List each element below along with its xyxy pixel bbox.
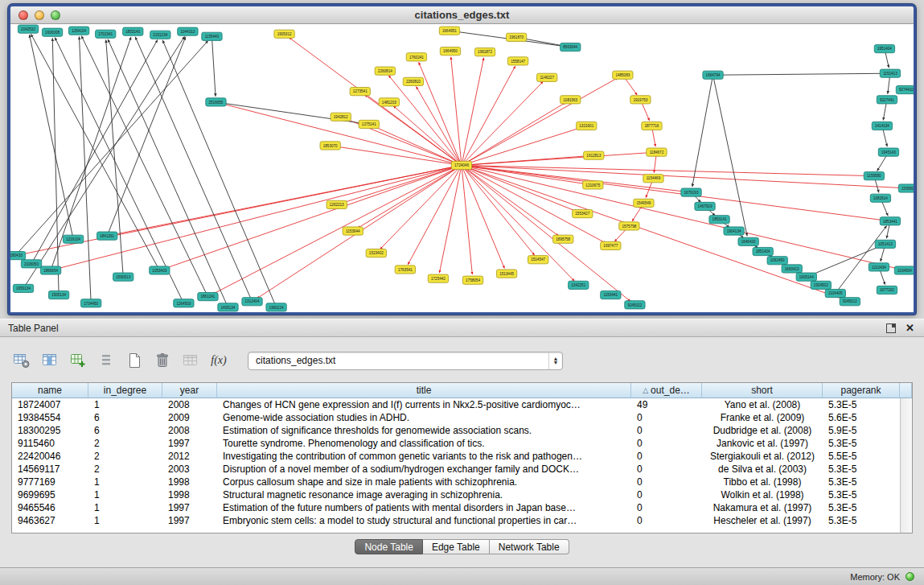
- table-cell[interactable]: 0: [631, 501, 702, 514]
- graph-node[interactable]: 1321601: [577, 122, 597, 130]
- float-panel-icon[interactable]: [886, 323, 896, 333]
- table-cell[interactable]: 1997: [162, 437, 217, 450]
- table-row[interactable]: 911546021997Tourette syndrome. Phenomeno…: [12, 437, 900, 450]
- graph-edge[interactable]: [106, 39, 124, 277]
- table-cell[interactable]: 2008: [162, 398, 217, 411]
- graph-node[interactable]: 1660413: [782, 265, 802, 273]
- graph-edge[interactable]: [51, 37, 131, 270]
- graph-node[interactable]: 1877716: [642, 122, 662, 130]
- graph-node[interactable]: 1034504: [894, 266, 914, 274]
- table-cell[interactable]: 0: [631, 514, 702, 527]
- table-row[interactable]: 977716911998Corpus callosum shape and si…: [12, 476, 900, 488]
- graph-node[interactable]: 2042532: [18, 25, 38, 33]
- table-cell[interactable]: Estimation of significance thresholds fo…: [217, 424, 631, 437]
- table-cell[interactable]: Estimation of the future numbers of pati…: [217, 501, 631, 514]
- graph-node[interactable]: 1905144: [796, 273, 816, 281]
- graph-edge[interactable]: [107, 37, 186, 236]
- table-cell[interactable]: 1997: [162, 514, 217, 527]
- table-mode-icon[interactable]: [11, 350, 32, 371]
- graph-node[interactable]: 1664794: [703, 71, 723, 79]
- graph-node[interactable]: 1961872: [474, 48, 495, 56]
- table-cell[interactable]: 5.9E-5: [823, 424, 900, 437]
- graph-node[interactable]: 2516655: [206, 98, 226, 106]
- graph-node[interactable]: 1159580: [864, 172, 884, 180]
- table-cell[interactable]: 0: [631, 437, 702, 450]
- graph-node[interactable]: 1919753: [630, 96, 651, 104]
- graph-node[interactable]: 1924502: [811, 281, 831, 289]
- graph-node[interactable]: 1575798: [619, 222, 639, 230]
- table-cell[interactable]: 2003: [162, 463, 217, 476]
- graph-edge[interactable]: [462, 165, 472, 274]
- table-cell[interactable]: 2: [88, 463, 162, 476]
- graph-node[interactable]: 1155440: [202, 32, 222, 40]
- graph-node[interactable]: 1275141: [359, 120, 379, 128]
- table-row[interactable]: 1456911722003Disruption of a novel membe…: [12, 463, 900, 476]
- table-cell[interactable]: 1998: [162, 488, 217, 501]
- graph-edge[interactable]: [31, 39, 158, 263]
- table-row[interactable]: 1938455462009Genome-wide association stu…: [12, 411, 900, 424]
- graph-node[interactable]: 1679193: [681, 188, 701, 196]
- graph-node[interactable]: 1853070: [320, 142, 340, 150]
- table-cell[interactable]: 0: [631, 424, 702, 437]
- table-cell[interactable]: 2009: [162, 411, 217, 424]
- graph-node[interactable]: 1664950: [440, 47, 460, 56]
- graph-node[interactable]: 1273541: [350, 88, 370, 96]
- table-cell[interactable]: 5.3E-5: [823, 514, 900, 527]
- table-cell[interactable]: 18724007: [12, 398, 88, 411]
- graph-node[interactable]: 1841261: [97, 232, 117, 240]
- graph-node[interactable]: 1254104: [68, 27, 88, 35]
- graph-node[interactable]: 1405134: [218, 303, 238, 311]
- column-header-year[interactable]: year: [162, 383, 217, 398]
- graph-edge[interactable]: [462, 165, 574, 281]
- graph-node[interactable]: 1414134: [872, 122, 892, 130]
- graph-edge[interactable]: [211, 36, 216, 96]
- graph-edge[interactable]: [713, 75, 748, 236]
- graph-node[interactable]: 1262213: [326, 200, 347, 208]
- graph-node[interactable]: 1514547: [528, 256, 548, 264]
- graph-edge[interactable]: [30, 35, 74, 239]
- graph-node[interactable]: 9274410: [896, 85, 914, 93]
- graph-node[interactable]: 1612813: [584, 151, 604, 159]
- table-cell[interactable]: 5.5E-5: [823, 450, 900, 463]
- table-cell[interactable]: 0: [631, 463, 702, 476]
- tab-edge-table[interactable]: Edge Table: [423, 539, 490, 554]
- column-header-out-degree[interactable]: △out_de…: [631, 383, 702, 398]
- graph-node[interactable]: 1702341: [96, 30, 116, 38]
- graph-edge[interactable]: [213, 165, 462, 294]
- graph-edge[interactable]: [692, 75, 713, 187]
- graph-edge[interactable]: [462, 58, 484, 166]
- table-cell[interactable]: Tibbo et al. (1998): [702, 476, 823, 488]
- graph-node[interactable]: 1513445: [496, 270, 516, 278]
- graph-edge[interactable]: [165, 165, 462, 268]
- table-cell[interactable]: 18300295: [12, 424, 88, 437]
- table-cell[interactable]: Corpus callosum shape and size in male p…: [217, 476, 631, 488]
- graph-node[interactable]: 1180433: [10, 252, 26, 260]
- graph-node[interactable]: 2260810: [403, 77, 423, 85]
- table-cell[interactable]: Dudbridge et al. (2008): [702, 424, 823, 437]
- table-cell[interactable]: 19384554: [12, 411, 88, 424]
- table-cell[interactable]: 1: [88, 398, 162, 411]
- graph-edge[interactable]: [23, 36, 185, 288]
- table-vertical-scrollbar[interactable]: [900, 398, 912, 533]
- graph-node[interactable]: 1590513: [113, 273, 133, 281]
- graph-node[interactable]: 1960224: [266, 303, 286, 311]
- close-window-icon[interactable]: [18, 10, 28, 20]
- graph-node[interactable]: 1853441: [880, 217, 900, 225]
- graph-node[interactable]: 1905312: [274, 30, 294, 38]
- graph-node[interactable]: 1553427: [573, 210, 593, 218]
- graph-node[interactable]: 1950134: [13, 284, 33, 292]
- graph-node[interactable]: 1216104: [63, 235, 83, 243]
- graph-edge[interactable]: [113, 165, 462, 234]
- graph-edge[interactable]: [462, 165, 903, 187]
- table-cell[interactable]: 5.3E-5: [823, 463, 900, 476]
- graph-edge[interactable]: [439, 165, 462, 273]
- table-cell[interactable]: 5.3E-5: [823, 501, 900, 514]
- table-cell[interactable]: 9115460: [12, 437, 88, 450]
- graph-node[interactable]: 1051413: [875, 240, 895, 248]
- row-list-icon[interactable]: [96, 350, 117, 371]
- graph-node[interactable]: 9245012: [840, 298, 860, 306]
- show-columns-icon[interactable]: [39, 350, 60, 371]
- graph-edge[interactable]: [135, 37, 252, 302]
- graph-node[interactable]: 1606308: [42, 28, 62, 36]
- table-cell[interactable]: Franke et al. (2009): [702, 411, 823, 424]
